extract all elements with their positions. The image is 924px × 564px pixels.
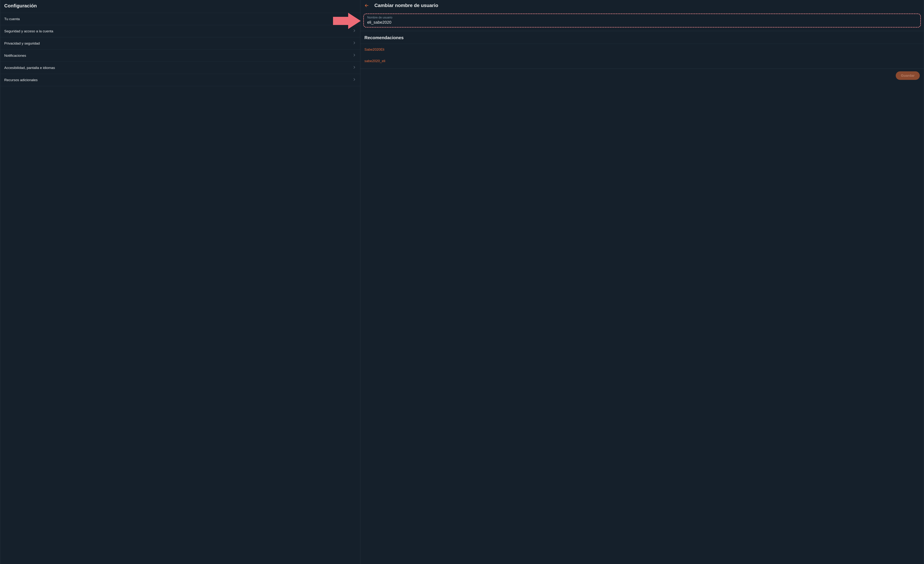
main-header: Cambiar nombre de usuario bbox=[360, 0, 924, 12]
sidebar-item-label: Notificaciones bbox=[4, 54, 26, 58]
recommendations-title: Recomendaciones bbox=[360, 31, 924, 44]
sidebar-item-label: Seguridad y acceso a la cuenta bbox=[4, 29, 53, 33]
sidebar-item-label: Recursos adicionales bbox=[4, 78, 38, 82]
sidebar-item-label: Privacidad y seguridad bbox=[4, 41, 40, 45]
sidebar-item-additional-resources[interactable]: Recursos adicionales bbox=[0, 74, 360, 86]
sidebar-item-notifications[interactable]: Notificaciones bbox=[0, 50, 360, 62]
chevron-right-icon bbox=[352, 29, 356, 33]
chevron-right-icon bbox=[352, 53, 356, 58]
save-button[interactable]: Guardar bbox=[896, 71, 920, 80]
sidebar-item-label: Accesibilidad, pantalla e idiomas bbox=[4, 66, 55, 70]
save-row: Guardar bbox=[360, 69, 924, 82]
arrow-left-icon bbox=[364, 3, 369, 8]
chevron-right-icon bbox=[352, 16, 356, 21]
username-field-label: Nombre de usuario bbox=[367, 16, 917, 19]
username-input-zone: Nombre de usuario bbox=[360, 12, 924, 31]
sidebar-item-privacy[interactable]: Privacidad y seguridad bbox=[0, 37, 360, 50]
back-button[interactable] bbox=[364, 3, 369, 8]
main-panel: Cambiar nombre de usuario Nombre de usua… bbox=[360, 0, 924, 564]
sidebar-item-accessibility[interactable]: Accesibilidad, pantalla e idiomas bbox=[0, 62, 360, 74]
sidebar-title: Configuración bbox=[0, 0, 360, 13]
app-root: Configuración Tu cuenta Seguridad y acce… bbox=[0, 0, 924, 564]
username-field-highlight: Nombre de usuario bbox=[363, 14, 921, 27]
chevron-right-icon bbox=[352, 78, 356, 82]
chevron-right-icon bbox=[352, 41, 356, 46]
recommendation-item[interactable]: Sabe2020Eli bbox=[360, 44, 924, 55]
main-title: Cambiar nombre de usuario bbox=[374, 3, 438, 8]
username-input[interactable] bbox=[367, 20, 917, 25]
sidebar-item-account[interactable]: Tu cuenta bbox=[0, 13, 360, 25]
chevron-right-icon bbox=[352, 66, 356, 70]
settings-sidebar: Configuración Tu cuenta Seguridad y acce… bbox=[0, 0, 360, 564]
sidebar-item-label: Tu cuenta bbox=[4, 17, 20, 21]
recommendations-list: Sabe2020Eli sabe2020_eli bbox=[360, 44, 924, 69]
recommendation-item[interactable]: sabe2020_eli bbox=[360, 55, 924, 67]
sidebar-item-security-access[interactable]: Seguridad y acceso a la cuenta bbox=[0, 25, 360, 37]
